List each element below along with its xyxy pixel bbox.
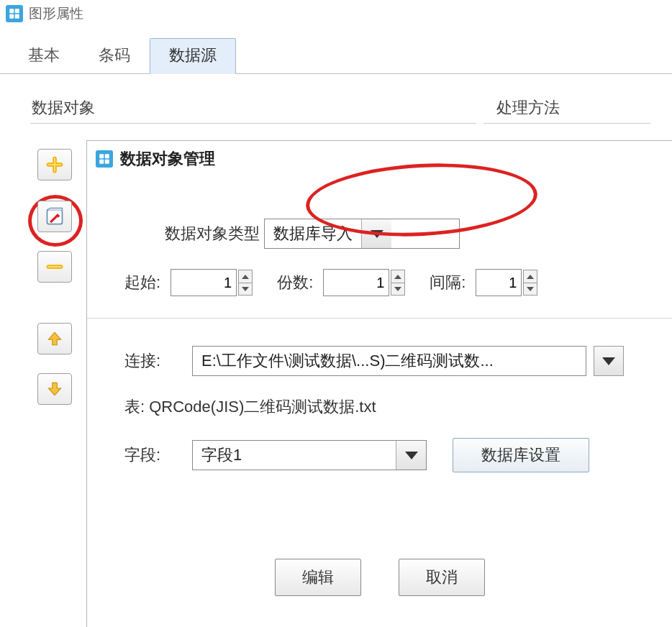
tab-basic[interactable]: 基本: [9, 38, 79, 74]
type-combo[interactable]: 数据库导入: [264, 219, 460, 249]
section-headers: 数据对象 处理方法: [30, 97, 650, 124]
copies-label: 份数:: [277, 272, 313, 293]
chevron-down-icon: [394, 287, 401, 291]
db-settings-button[interactable]: 数据库设置: [453, 438, 589, 472]
connect-dropdown-button[interactable]: [594, 346, 624, 376]
field-label: 字段:: [124, 444, 192, 466]
chevron-down-icon: [371, 230, 383, 238]
edit-button[interactable]: [37, 201, 72, 232]
interval-group: 间隔:: [430, 269, 537, 296]
start-spin-down[interactable]: [238, 283, 253, 296]
chevron-down-icon: [405, 452, 418, 459]
add-button[interactable]: [37, 149, 72, 180]
start-spin-up[interactable]: [238, 270, 253, 283]
copies-spinner: [391, 270, 405, 296]
type-dropdown-button[interactable]: [361, 219, 391, 248]
dialog-title: 数据对象管理: [120, 148, 215, 170]
svg-rect-3: [15, 14, 19, 19]
move-down-button[interactable]: [37, 373, 72, 405]
interval-spin-up[interactable]: [523, 270, 537, 283]
start-spinner: [238, 270, 253, 296]
connect-value: E:\工作文件\测试数据\...S)二维码测试数...: [193, 350, 586, 372]
object-toolbar: [37, 149, 72, 405]
arrow-up-icon: [45, 329, 64, 348]
copies-spin-up[interactable]: [391, 270, 405, 283]
section-process-methods: 处理方法: [483, 97, 650, 124]
svg-rect-8: [99, 160, 104, 164]
interval-spinner: [523, 270, 537, 296]
interval-label: 间隔:: [430, 272, 466, 293]
connect-combo[interactable]: E:\工作文件\测试数据\...S)二维码测试数...: [192, 346, 586, 376]
start-group: 起始:: [124, 269, 253, 296]
tab-datasource[interactable]: 数据源: [150, 38, 236, 74]
interval-spin-down[interactable]: [523, 283, 537, 296]
tabs: 基本 条码 数据源: [0, 37, 672, 74]
edit-confirm-button[interactable]: 编辑: [275, 559, 361, 596]
tab-barcode[interactable]: 条码: [79, 38, 150, 74]
remove-button[interactable]: [37, 251, 72, 283]
field-row: 字段: 字段1 数据库设置: [124, 438, 672, 472]
minus-icon: [45, 257, 64, 276]
type-row: 数据对象类型 数据库导入: [165, 219, 672, 249]
move-up-button[interactable]: [37, 323, 72, 354]
divider: [87, 318, 672, 319]
svg-rect-1: [15, 9, 19, 13]
dialog-title-bar: 数据对象管理: [87, 141, 672, 177]
svg-rect-2: [9, 14, 14, 19]
field-combo[interactable]: 字段1: [192, 440, 427, 470]
type-value: 数据库导入: [265, 223, 361, 244]
plus-icon: [45, 155, 64, 174]
chevron-down-icon: [602, 357, 615, 365]
dialog-actions: 编辑 取消: [87, 559, 672, 596]
connection-row: 连接: E:\工作文件\测试数据\...S)二维码测试数...: [124, 346, 672, 376]
chevron-up-icon: [527, 275, 534, 279]
start-input[interactable]: [171, 269, 237, 296]
copies-group: 份数:: [277, 269, 405, 296]
svg-rect-6: [99, 154, 104, 158]
type-label: 数据对象类型: [165, 223, 260, 244]
arrow-down-icon: [45, 380, 64, 398]
chevron-up-icon: [242, 275, 249, 279]
interval-input[interactable]: [476, 269, 522, 296]
start-label: 起始:: [124, 272, 160, 293]
svg-rect-9: [105, 160, 109, 164]
copies-input[interactable]: [323, 269, 389, 296]
table-row: 表: QRCode(JIS)二维码测试数据.txt: [124, 396, 672, 418]
dialog-icon: [96, 150, 113, 168]
field-value: 字段1: [193, 444, 396, 466]
cancel-button[interactable]: 取消: [399, 559, 485, 596]
svg-rect-0: [9, 9, 14, 13]
chevron-down-icon: [242, 287, 249, 291]
svg-rect-7: [105, 154, 109, 158]
section-data-objects: 数据对象: [30, 97, 476, 124]
chevron-up-icon: [394, 275, 401, 279]
connect-label: 连接:: [124, 350, 192, 372]
field-dropdown-button[interactable]: [396, 441, 426, 470]
edit-icon: [45, 206, 65, 226]
table-label: 表: QRCode(JIS)二维码测试数据.txt: [124, 396, 376, 418]
app-icon: [6, 5, 23, 22]
body-area: 数据对象 处理方法 数据对象管理 数据对象类型 数据库: [0, 74, 672, 124]
window-title: 图形属性: [29, 4, 83, 23]
window-title-bar: 图形属性: [0, 0, 672, 27]
chevron-down-icon: [527, 287, 534, 291]
sequence-row: 起始: 份数: 间隔:: [124, 269, 672, 296]
data-object-dialog: 数据对象管理 数据对象类型 数据库导入 起始: 份数:: [86, 140, 672, 627]
copies-spin-down[interactable]: [391, 283, 405, 296]
